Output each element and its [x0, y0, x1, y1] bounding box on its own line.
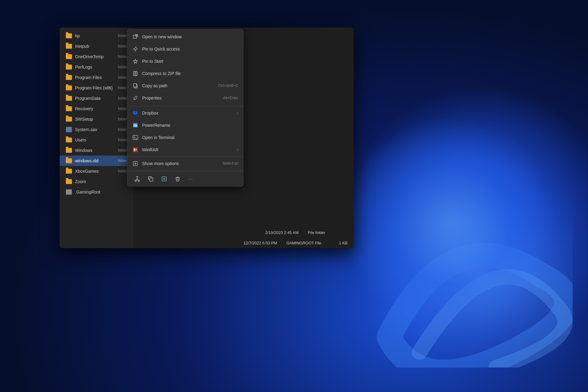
menu-item-label: Copy as path	[142, 83, 168, 88]
copy-path-icon	[132, 83, 138, 89]
context-menu: Open in new window Pin to Quick access P…	[127, 29, 243, 187]
menu-item-pin-start[interactable]: Pin to Start	[127, 55, 243, 67]
list-item[interactable]: System.sav folder	[60, 124, 133, 135]
rename-button[interactable]	[159, 174, 169, 184]
list-item[interactable]: Windows folder	[60, 145, 133, 156]
list-item[interactable]: inetpub folder	[60, 41, 133, 51]
list-item[interactable]: hp folder	[60, 31, 133, 41]
menu-item-winrar[interactable]: RAR WinRAR ›	[127, 144, 243, 156]
menu-item-copy-path[interactable]: Copy as path Ctrl+Shift+C	[127, 80, 243, 92]
powerrename-icon: PR	[132, 122, 138, 128]
shortcut-show-more: Shift+F10	[222, 161, 238, 166]
folder-icon	[66, 148, 72, 153]
delete-button[interactable]	[173, 174, 183, 184]
submenu-arrow-icon: ›	[237, 111, 238, 115]
wrench-icon	[132, 95, 138, 101]
context-menu-icon-bar: ←	[127, 171, 243, 186]
menu-item-properties[interactable]: Properties Alt+Enter	[127, 92, 243, 104]
menu-divider-1	[127, 106, 243, 106]
menu-item-compress-zip[interactable]: Compress to ZIP file	[127, 67, 243, 80]
cut-button[interactable]	[132, 174, 142, 184]
list-item[interactable]: SWSetup folder	[60, 114, 133, 124]
list-item[interactable]: ProgramData folder	[60, 93, 133, 104]
svg-rect-24	[150, 178, 153, 181]
folder-icon	[66, 54, 72, 59]
menu-item-label: Dropbox	[142, 111, 158, 115]
menu-item-label: Open in Terminal	[142, 135, 175, 140]
menu-item-show-more[interactable]: Show more options Shift+F10	[127, 157, 243, 170]
show-more-icon	[132, 160, 138, 167]
menu-item-dropbox[interactable]: Dropbox ›	[127, 107, 243, 119]
menu-divider-2	[127, 156, 243, 157]
file-details-area: 2/10/2023 2:45 AM File folder 12/7/2022 …	[133, 217, 354, 248]
list-item[interactable]: Program Files (x86) folder	[60, 83, 133, 93]
svg-rect-13	[133, 135, 138, 140]
svg-text:PR: PR	[134, 124, 138, 127]
wallpaper-swirl	[328, 153, 573, 368]
winrar-icon: RAR	[132, 147, 138, 153]
menu-item-pin-quick-access[interactable]: Pin to Quick access	[127, 43, 243, 55]
pin-start-icon	[132, 58, 138, 64]
folder-icon	[66, 106, 72, 111]
shortcut-copy-path: Ctrl+Shift+C	[218, 84, 238, 88]
svg-rect-2	[134, 71, 137, 76]
file-icon	[66, 189, 72, 195]
list-item[interactable]: Users folder	[60, 135, 133, 145]
submenu-arrow-winrar-icon: ›	[237, 147, 238, 152]
copy-button[interactable]	[146, 174, 156, 184]
folder-icon	[66, 85, 72, 90]
folder-icon	[66, 75, 72, 80]
menu-item-label: Pin to Quick access	[142, 47, 180, 51]
svg-text:RAR: RAR	[134, 149, 137, 151]
folder-icon	[66, 169, 72, 174]
list-item[interactable]: XboxGames folder	[60, 166, 133, 176]
menu-item-label: Properties	[142, 96, 162, 100]
zoom-row[interactable]	[133, 217, 354, 227]
list-item-selected[interactable]: windows.old folder	[60, 156, 133, 166]
list-item[interactable]: Recovery folder	[60, 104, 133, 114]
zoom-date-row: 2/10/2023 2:45 AM File folder	[133, 227, 354, 238]
folder-icon	[66, 158, 72, 163]
list-item[interactable]: OneDriveTemp folder	[60, 51, 133, 62]
red-arrow-indicator: ←	[187, 175, 195, 183]
menu-item-label: WinRAR	[142, 147, 159, 152]
menu-item-open-terminal[interactable]: Open in Terminal	[127, 131, 243, 144]
menu-item-label: PowerRename	[142, 123, 171, 128]
shortcut-properties: Alt+Enter	[223, 96, 238, 100]
folder-icon	[66, 33, 72, 38]
list-item[interactable]: .GamingRoot	[60, 187, 133, 197]
svg-rect-1	[133, 35, 137, 38]
pin-icon	[132, 46, 138, 52]
zip-icon	[132, 70, 138, 77]
list-item[interactable]: PerfLogs folder	[60, 62, 133, 72]
file-icon	[66, 127, 72, 132]
gaminground-row: 12/7/2022 6:53 PM GAMINGROOT File 1 KB	[133, 238, 354, 248]
terminal-icon	[132, 134, 138, 141]
menu-item-label: Open in new window	[142, 34, 182, 39]
folder-icon	[66, 138, 72, 142]
svg-point-10	[134, 99, 135, 100]
folder-icon	[66, 96, 72, 101]
menu-item-powerrename[interactable]: PR PowerRename	[127, 119, 243, 131]
file-list: hp folder inetpub folder OneDriveTemp fo…	[60, 28, 133, 248]
menu-divider-3	[127, 170, 243, 171]
menu-item-label: Compress to ZIP file	[142, 71, 181, 76]
external-link-icon	[132, 34, 138, 40]
menu-item-open-new-window[interactable]: Open in new window	[127, 31, 243, 43]
list-item[interactable]: Program Files folder	[60, 72, 133, 83]
menu-item-label: Pin to Start	[142, 59, 163, 64]
menu-section-top: Open in new window Pin to Quick access P…	[127, 29, 243, 105]
list-item[interactable]: Zoom	[60, 176, 133, 187]
folder-icon	[66, 117, 72, 122]
dropbox-icon	[132, 110, 138, 116]
menu-item-label: Show more options	[142, 161, 179, 166]
folder-icon	[66, 65, 72, 70]
folder-icon	[66, 44, 72, 49]
folder-icon	[66, 179, 72, 184]
svg-rect-9	[134, 84, 137, 87]
